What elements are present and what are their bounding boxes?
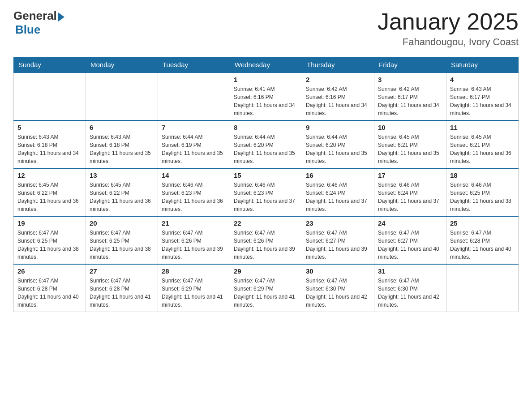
calendar-header-thursday: Thursday (302, 57, 374, 73)
day-info: Sunrise: 6:47 AMSunset: 6:25 PMDaylight:… (17, 229, 82, 261)
day-info: Sunrise: 6:46 AMSunset: 6:25 PMDaylight:… (450, 181, 515, 213)
calendar-day-cell: 1Sunrise: 6:41 AMSunset: 6:16 PMDaylight… (230, 73, 302, 120)
day-number: 6 (90, 124, 154, 131)
day-number: 3 (378, 76, 442, 83)
day-info: Sunrise: 6:47 AMSunset: 6:26 PMDaylight:… (162, 229, 226, 261)
calendar-day-cell (446, 264, 519, 312)
calendar-day-cell: 21Sunrise: 6:47 AMSunset: 6:26 PMDayligh… (158, 216, 230, 264)
day-number: 1 (234, 76, 298, 83)
day-number: 15 (234, 171, 298, 179)
calendar-day-cell: 9Sunrise: 6:44 AMSunset: 6:20 PMDaylight… (302, 120, 374, 168)
page-header: General Blue January 2025 Fahandougou, I… (13, 9, 519, 48)
day-info: Sunrise: 6:46 AMSunset: 6:24 PMDaylight:… (378, 181, 442, 213)
calendar-day-cell: 4Sunrise: 6:43 AMSunset: 6:17 PMDaylight… (446, 73, 519, 120)
calendar-day-cell (86, 73, 158, 120)
day-info: Sunrise: 6:46 AMSunset: 6:23 PMDaylight:… (162, 181, 226, 213)
day-info: Sunrise: 6:47 AMSunset: 6:30 PMDaylight:… (378, 277, 442, 309)
day-info: Sunrise: 6:44 AMSunset: 6:20 PMDaylight:… (234, 133, 298, 165)
day-info: Sunrise: 6:47 AMSunset: 6:28 PMDaylight:… (17, 277, 82, 309)
day-info: Sunrise: 6:47 AMSunset: 6:29 PMDaylight:… (234, 277, 298, 309)
day-info: Sunrise: 6:47 AMSunset: 6:30 PMDaylight:… (306, 277, 370, 309)
logo: General Blue (13, 9, 64, 37)
calendar-day-cell: 25Sunrise: 6:47 AMSunset: 6:28 PMDayligh… (446, 216, 519, 264)
title-block: January 2025 Fahandougou, Ivory Coast (378, 9, 519, 48)
calendar-day-cell: 28Sunrise: 6:47 AMSunset: 6:29 PMDayligh… (158, 264, 230, 312)
calendar-day-cell: 23Sunrise: 6:47 AMSunset: 6:27 PMDayligh… (302, 216, 374, 264)
day-number: 13 (90, 171, 154, 179)
day-number: 10 (378, 124, 442, 131)
day-number: 20 (90, 219, 154, 227)
day-info: Sunrise: 6:47 AMSunset: 6:25 PMDaylight:… (90, 229, 154, 261)
calendar-day-cell: 24Sunrise: 6:47 AMSunset: 6:27 PMDayligh… (374, 216, 446, 264)
calendar-header-saturday: Saturday (446, 57, 519, 73)
day-number: 24 (378, 219, 442, 227)
day-number: 29 (234, 267, 298, 275)
day-number: 25 (450, 219, 515, 227)
day-number: 26 (17, 267, 82, 275)
day-info: Sunrise: 6:45 AMSunset: 6:21 PMDaylight:… (450, 133, 515, 165)
calendar-day-cell: 26Sunrise: 6:47 AMSunset: 6:28 PMDayligh… (14, 264, 86, 312)
day-info: Sunrise: 6:42 AMSunset: 6:16 PMDaylight:… (306, 85, 370, 117)
calendar-day-cell: 22Sunrise: 6:47 AMSunset: 6:26 PMDayligh… (230, 216, 302, 264)
day-number: 23 (306, 219, 370, 227)
calendar-day-cell (14, 73, 86, 120)
calendar-day-cell: 20Sunrise: 6:47 AMSunset: 6:25 PMDayligh… (86, 216, 158, 264)
calendar-header-tuesday: Tuesday (158, 57, 230, 73)
logo-triangle-icon (58, 13, 64, 21)
day-info: Sunrise: 6:46 AMSunset: 6:24 PMDaylight:… (306, 181, 370, 213)
calendar-table: SundayMondayTuesdayWednesdayThursdayFrid… (13, 57, 519, 312)
calendar-day-cell: 31Sunrise: 6:47 AMSunset: 6:30 PMDayligh… (374, 264, 446, 312)
day-number: 9 (306, 124, 370, 131)
calendar-day-cell: 30Sunrise: 6:47 AMSunset: 6:30 PMDayligh… (302, 264, 374, 312)
calendar-day-cell: 10Sunrise: 6:45 AMSunset: 6:21 PMDayligh… (374, 120, 446, 168)
logo-general-text: General (13, 9, 57, 23)
day-info: Sunrise: 6:47 AMSunset: 6:27 PMDaylight:… (306, 229, 370, 261)
day-number: 16 (306, 171, 370, 179)
calendar-header-monday: Monday (86, 57, 158, 73)
day-info: Sunrise: 6:47 AMSunset: 6:28 PMDaylight:… (450, 229, 515, 261)
calendar-day-cell: 19Sunrise: 6:47 AMSunset: 6:25 PMDayligh… (14, 216, 86, 264)
calendar-day-cell: 8Sunrise: 6:44 AMSunset: 6:20 PMDaylight… (230, 120, 302, 168)
calendar-week-row: 12Sunrise: 6:45 AMSunset: 6:22 PMDayligh… (14, 168, 519, 216)
day-info: Sunrise: 6:47 AMSunset: 6:27 PMDaylight:… (378, 229, 442, 261)
logo-blue-text: Blue (15, 23, 40, 37)
calendar-header-friday: Friday (374, 57, 446, 73)
calendar-day-cell: 13Sunrise: 6:45 AMSunset: 6:22 PMDayligh… (86, 168, 158, 216)
day-info: Sunrise: 6:41 AMSunset: 6:16 PMDaylight:… (234, 85, 298, 117)
day-info: Sunrise: 6:47 AMSunset: 6:29 PMDaylight:… (162, 277, 226, 309)
day-number: 28 (162, 267, 226, 275)
calendar-week-row: 5Sunrise: 6:43 AMSunset: 6:18 PMDaylight… (14, 120, 519, 168)
calendar-day-cell: 17Sunrise: 6:46 AMSunset: 6:24 PMDayligh… (374, 168, 446, 216)
day-number: 27 (90, 267, 154, 275)
calendar-day-cell: 7Sunrise: 6:44 AMSunset: 6:19 PMDaylight… (158, 120, 230, 168)
day-number: 18 (450, 171, 515, 179)
day-number: 31 (378, 267, 442, 275)
day-number: 14 (162, 171, 226, 179)
day-number: 21 (162, 219, 226, 227)
calendar-day-cell: 11Sunrise: 6:45 AMSunset: 6:21 PMDayligh… (446, 120, 519, 168)
day-number: 30 (306, 267, 370, 275)
calendar-day-cell: 15Sunrise: 6:46 AMSunset: 6:23 PMDayligh… (230, 168, 302, 216)
day-info: Sunrise: 6:47 AMSunset: 6:28 PMDaylight:… (90, 277, 154, 309)
calendar-day-cell: 29Sunrise: 6:47 AMSunset: 6:29 PMDayligh… (230, 264, 302, 312)
day-number: 22 (234, 219, 298, 227)
calendar-day-cell: 6Sunrise: 6:43 AMSunset: 6:18 PMDaylight… (86, 120, 158, 168)
day-info: Sunrise: 6:43 AMSunset: 6:17 PMDaylight:… (450, 85, 515, 117)
day-info: Sunrise: 6:47 AMSunset: 6:26 PMDaylight:… (234, 229, 298, 261)
month-title: January 2025 (378, 9, 519, 34)
day-info: Sunrise: 6:44 AMSunset: 6:19 PMDaylight:… (162, 133, 226, 165)
calendar-day-cell (158, 73, 230, 120)
day-number: 12 (17, 171, 82, 179)
day-info: Sunrise: 6:42 AMSunset: 6:17 PMDaylight:… (378, 85, 442, 117)
calendar-day-cell: 5Sunrise: 6:43 AMSunset: 6:18 PMDaylight… (14, 120, 86, 168)
day-info: Sunrise: 6:45 AMSunset: 6:22 PMDaylight:… (17, 181, 82, 213)
calendar-header-wednesday: Wednesday (230, 57, 302, 73)
calendar-header-row: SundayMondayTuesdayWednesdayThursdayFrid… (14, 57, 519, 73)
day-number: 19 (17, 219, 82, 227)
day-number: 8 (234, 124, 298, 131)
day-info: Sunrise: 6:43 AMSunset: 6:18 PMDaylight:… (90, 133, 154, 165)
location-title: Fahandougou, Ivory Coast (378, 36, 519, 48)
calendar-day-cell: 12Sunrise: 6:45 AMSunset: 6:22 PMDayligh… (14, 168, 86, 216)
day-info: Sunrise: 6:45 AMSunset: 6:22 PMDaylight:… (90, 181, 154, 213)
day-number: 2 (306, 76, 370, 83)
